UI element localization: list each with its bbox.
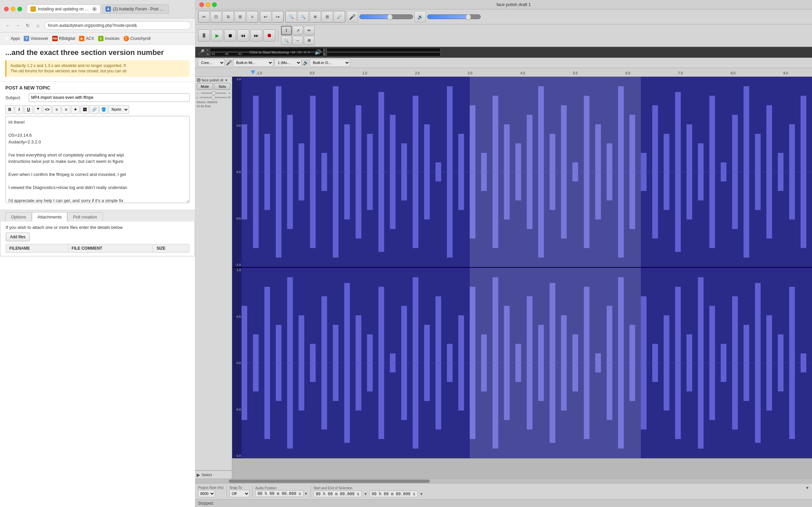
undo-button[interactable]: ↩ [260, 11, 271, 22]
special-button[interactable]: ✦ [71, 105, 80, 114]
selection-mode-dropdown[interactable]: ▼ [805, 486, 809, 490]
speaker-button[interactable]: 🔊 [414, 11, 426, 22]
attachments-tab[interactable]: Attachments [32, 212, 67, 222]
select-label[interactable]: Select [202, 473, 212, 477]
waveform-channel-bottom[interactable]: 1.0 0.5 0.0 -0.5 -1.0 [232, 268, 812, 458]
y-1.0-bottom: 1.0 [233, 268, 241, 272]
list-button[interactable]: ≡ [52, 105, 61, 114]
output-fader-knob[interactable] [465, 14, 471, 20]
image-button[interactable]: 🖼 [80, 105, 89, 114]
envelope-tool[interactable]: ↗ [293, 26, 303, 35]
project-rate-select[interactable]: 8000 [198, 490, 215, 497]
track-close-button[interactable]: × [197, 78, 201, 82]
zoom-out-button[interactable]: 🔍 [298, 11, 309, 22]
post-body-textarea[interactable]: Hi there! OS=10.14.6 Audacity=2.3.2.0 I'… [5, 116, 190, 203]
output-level-fader[interactable] [427, 14, 481, 19]
cut-button[interactable]: ✂ [198, 11, 210, 22]
mic-button[interactable]: 🎤 [347, 11, 358, 22]
options-tab[interactable]: Options [5, 212, 32, 222]
zoom-in-button[interactable]: 🔍 [286, 11, 297, 22]
redo-button[interactable]: ↪ [272, 11, 284, 22]
mute-button[interactable]: Mute [197, 83, 213, 90]
audio-position-dropdown[interactable]: ▼ [304, 492, 308, 496]
aud-minimize[interactable] [206, 2, 210, 7]
url-bar[interactable] [44, 21, 191, 30]
quote-button[interactable]: ❝ [34, 105, 42, 114]
trim-button[interactable]: ⊞ [235, 11, 246, 22]
aud-close[interactable] [199, 2, 204, 7]
back-button[interactable]: ← [4, 22, 11, 29]
selection-start-dropdown[interactable]: ▼ [364, 492, 368, 496]
tab1-close[interactable]: × [92, 7, 97, 11]
snap-to-select[interactable]: Off [230, 490, 250, 497]
volume-slider[interactable] [201, 93, 226, 94]
input-device-select[interactable]: Built-in Mi... [233, 59, 273, 67]
ordered-list-button[interactable]: ≡ [62, 105, 70, 114]
output-device-select[interactable]: Built-in O... [310, 59, 350, 67]
home-button[interactable]: ⌂ [34, 22, 42, 29]
paste-button[interactable]: ⧉ [223, 11, 234, 22]
zoom-full-button[interactable]: 🔎 [334, 11, 345, 22]
select-tool[interactable]: I [281, 26, 292, 35]
subject-input[interactable] [29, 93, 190, 102]
italic-button[interactable]: I [15, 105, 23, 114]
bookmark-invoices[interactable]: $ Invoices [98, 36, 120, 41]
record-meter-button[interactable]: 🎤 [198, 49, 205, 55]
font-size-select[interactable]: Norm Small Large [109, 105, 129, 114]
copy-button[interactable]: ⊡ [210, 11, 222, 22]
volume-knob[interactable] [212, 91, 216, 95]
y-1.0-top: 1.0 [233, 77, 241, 81]
click-monitor-label[interactable]: Click to Start Monitoring [250, 50, 289, 54]
minimize-traffic-light[interactable] [11, 7, 15, 11]
pause-button[interactable]: ⏸ [198, 30, 210, 42]
timeline-ruler[interactable]: -1.0 0.0 1.0 2.0 3.0 4.0 5.0 6.0 7.0 8.0… [195, 68, 812, 77]
tab-2[interactable]: A (2) Audacity Forum - Post a... [102, 4, 169, 14]
track-expand-icon[interactable]: ▶ [197, 472, 200, 477]
color-button[interactable]: 🪣 [99, 105, 108, 114]
multi-tool[interactable]: ✲ [304, 36, 315, 45]
pan-slider[interactable] [199, 97, 227, 98]
playback-meter-R: R [323, 52, 440, 56]
input-level-fader[interactable] [360, 14, 413, 19]
code-button[interactable]: <> [43, 105, 52, 114]
channel-select[interactable]: 1 (Mo... [275, 59, 302, 67]
waveform-channel-top[interactable]: 1.0 0.5 0.0 -0.5 -1.0 [232, 77, 812, 268]
link-button[interactable]: 🔗 [90, 105, 99, 114]
bookmark-crunchyroll[interactable]: C Crunchyroll [124, 36, 151, 41]
pan-knob[interactable] [211, 96, 215, 100]
zoom-tool[interactable]: 🔍 [281, 36, 292, 45]
zoom-fit-button[interactable]: ⊞ [322, 11, 333, 22]
zoom-selection-button[interactable]: ⊕ [310, 11, 321, 22]
playback-meter-L: L [323, 48, 440, 52]
bookmark-acx[interactable]: ▶ ACX [79, 36, 94, 41]
record-button[interactable]: ⏺ [263, 30, 275, 42]
maximize-traffic-light[interactable] [17, 7, 22, 11]
solo-button[interactable]: Solo [214, 83, 231, 90]
aud-maximize[interactable] [212, 2, 217, 7]
stop-button[interactable]: ⏹ [224, 30, 236, 42]
input-fader-knob[interactable] [387, 14, 393, 20]
bold-button[interactable]: B [5, 105, 14, 114]
underline-button[interactable]: U [24, 105, 33, 114]
add-files-button[interactable]: Add files [6, 233, 30, 241]
draw-tool[interactable]: ✏ [304, 26, 315, 35]
playback-meter-button[interactable]: 🔊 [315, 49, 321, 55]
refresh-button[interactable]: ↻ [24, 22, 32, 29]
bookmark-apps[interactable]: ⊞ Apps [4, 36, 20, 41]
scrollbar-thumb[interactable] [229, 480, 430, 483]
audio-host-select[interactable]: Core... [198, 59, 225, 67]
selection-end-dropdown[interactable]: ▼ [420, 492, 423, 496]
skip-start-button[interactable]: ⏮ [237, 30, 249, 42]
track-dropdown-arrow[interactable]: ▼ [225, 78, 228, 82]
tab-1[interactable]: 🔒 Installing and updating on Mac... × [27, 4, 101, 14]
poll-creation-tab[interactable]: Poll creation [67, 212, 103, 222]
horizontal-scrollbar[interactable] [195, 478, 812, 483]
forward-button[interactable]: → [14, 22, 21, 29]
close-traffic-light[interactable] [4, 7, 9, 11]
silence-button[interactable]: ≡ [247, 11, 258, 22]
skip-end-button[interactable]: ⏭ [250, 30, 262, 42]
bookmark-rbdigital[interactable]: RB RBdigital [52, 36, 75, 41]
bookmark-voiceover[interactable]: V Voiceover [24, 36, 48, 41]
timeshift-tool[interactable]: ↔ [293, 36, 303, 45]
play-button[interactable]: ▶ [211, 30, 223, 42]
